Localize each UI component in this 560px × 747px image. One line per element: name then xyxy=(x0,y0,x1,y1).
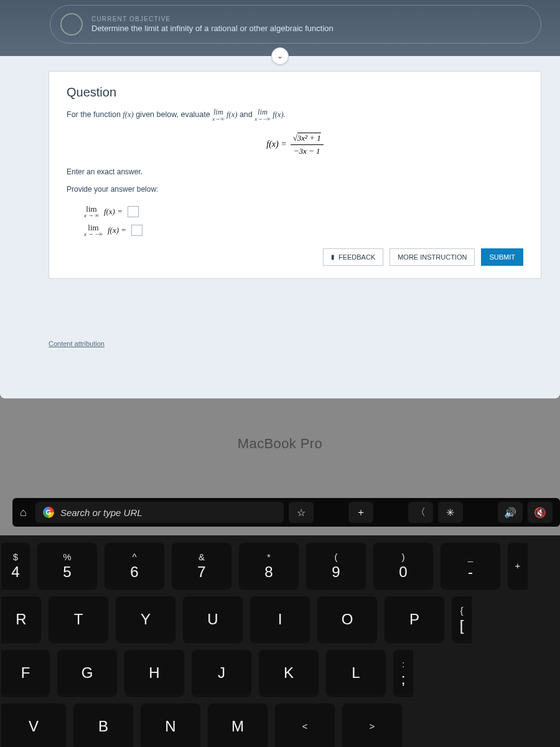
key-L[interactable]: L xyxy=(326,650,386,696)
key-4[interactable]: $4 xyxy=(1,543,30,589)
objective-text: Determine the limit at infinity of a rat… xyxy=(91,24,334,33)
key-9[interactable]: (9 xyxy=(306,543,366,589)
lim1-top: lim xyxy=(213,108,223,116)
expand-toggle[interactable]: ⌄ xyxy=(271,47,289,65)
answer-input-2[interactable] xyxy=(131,225,142,236)
prompt-and: and xyxy=(240,110,254,119)
brightness-button[interactable]: ✳ xyxy=(438,502,463,523)
more-instruction-button[interactable]: MORE INSTRUCTION xyxy=(390,248,475,266)
key-U[interactable]: U xyxy=(183,596,243,642)
key-6[interactable]: ^6 xyxy=(105,543,164,589)
ans1-lim-top: lim xyxy=(86,205,96,213)
ans2-lim-bot: x → −∞ xyxy=(84,232,103,237)
key-Y[interactable]: Y xyxy=(116,596,175,642)
google-logo-icon xyxy=(43,507,54,518)
key-5[interactable]: %5 xyxy=(37,543,97,589)
question-formula: f(x) = √3x² + 1 −3x − 1 xyxy=(67,133,523,156)
ans2-fx: f(x) = xyxy=(108,225,126,235)
key-T[interactable]: T xyxy=(49,596,108,642)
question-card: Question For the function f(x) given bel… xyxy=(49,71,541,279)
key-B[interactable]: B xyxy=(73,703,133,747)
screen-area: CURRENT OBJECTIVE Determine the limit at… xyxy=(0,0,560,398)
key-8[interactable]: *8 xyxy=(239,543,299,589)
action-button-row: ▮ FEEDBACK MORE INSTRUCTION SUBMIT xyxy=(67,248,523,266)
question-title: Question xyxy=(67,85,523,100)
key-gt[interactable]: > xyxy=(342,703,402,747)
key-bracket[interactable]: {[ xyxy=(452,596,472,642)
touch-bar: ⌂ Search or type URL ☆ ＋ 〈 ✳ 🔊 🔇 xyxy=(12,498,560,527)
lim2-top: lim xyxy=(258,108,268,116)
feedback-button[interactable]: ▮ FEEDBACK xyxy=(323,248,383,266)
ans2-lim-top: lim xyxy=(88,223,98,232)
key-F[interactable]: F xyxy=(1,650,50,696)
key-G[interactable]: G xyxy=(57,650,117,696)
submit-button[interactable]: SUBMIT xyxy=(481,248,523,266)
content-attribution-link[interactable]: Content attribution xyxy=(49,340,105,347)
lim2-bot: x→−∞ xyxy=(254,116,270,122)
lim1-fx: f(x) xyxy=(226,110,237,119)
formula-lhs: f(x) = xyxy=(266,139,286,149)
volume-button[interactable]: 🔊 xyxy=(498,502,523,523)
search-placeholder: Search or type URL xyxy=(60,507,142,518)
mute-button[interactable]: 🔇 xyxy=(528,502,553,523)
key-lt[interactable]: < xyxy=(275,703,335,747)
prompt-fx: f(x) xyxy=(123,110,133,119)
key-H[interactable]: H xyxy=(124,650,184,696)
answer-input-1[interactable] xyxy=(128,206,139,217)
keyboard: $4%5^6&7*8(9)0_-+ RTYUIOP{[ FGHJKL:; VBN… xyxy=(0,535,560,747)
enter-exact-instruction: Enter an exact answer. xyxy=(67,167,523,176)
key-J[interactable]: J xyxy=(192,650,251,696)
key-K[interactable]: K xyxy=(259,650,319,696)
answer-row-1: lim x → ∞ f(x) = xyxy=(84,205,523,218)
question-prompt: For the function f(x) given below, evalu… xyxy=(67,108,523,122)
key-7[interactable]: &7 xyxy=(172,543,231,589)
formula-denominator: −3x − 1 xyxy=(294,145,320,156)
key-+[interactable]: + xyxy=(508,543,528,589)
url-search-field[interactable]: Search or type URL xyxy=(35,502,284,523)
feedback-label: FEEDBACK xyxy=(338,253,375,261)
objective-label: CURRENT OBJECTIVE xyxy=(91,16,334,22)
prompt-prefix: For the function xyxy=(67,110,123,119)
new-tab-button[interactable]: ＋ xyxy=(348,502,373,523)
key-P[interactable]: P xyxy=(385,596,444,642)
objective-progress-circle xyxy=(60,13,83,35)
key-N[interactable]: N xyxy=(141,703,200,747)
lim1-bot: x→∞ xyxy=(212,116,224,122)
favorite-button[interactable]: ☆ xyxy=(289,502,314,523)
flag-icon: ▮ xyxy=(331,253,335,260)
key-R[interactable]: R xyxy=(1,596,41,642)
key--[interactable]: _- xyxy=(441,543,500,589)
prompt-mid: given below, evaluate xyxy=(134,110,212,119)
chevron-down-icon: ⌄ xyxy=(277,52,283,60)
objective-header: CURRENT OBJECTIVE Determine the limit at… xyxy=(50,5,541,44)
key-semicolon[interactable]: :; xyxy=(393,650,413,696)
formula-numerator: √3x² + 1 xyxy=(291,133,324,145)
ans1-fx: f(x) = xyxy=(104,207,123,217)
lim2-fx: f(x). xyxy=(273,110,285,119)
key-M[interactable]: M xyxy=(208,703,268,747)
key-V[interactable]: V xyxy=(1,703,66,747)
answer-row-2: lim x → −∞ f(x) = xyxy=(84,223,523,237)
key-I[interactable]: I xyxy=(250,596,310,642)
key-O[interactable]: O xyxy=(317,596,377,642)
back-button[interactable]: 〈 xyxy=(408,502,433,523)
device-label: MacBook Pro xyxy=(0,436,560,452)
key-0[interactable]: )0 xyxy=(373,543,433,589)
provide-label: Provide your answer below: xyxy=(67,185,523,194)
home-icon[interactable]: ⌂ xyxy=(20,506,27,519)
ans1-lim-bot: x → ∞ xyxy=(84,213,99,218)
